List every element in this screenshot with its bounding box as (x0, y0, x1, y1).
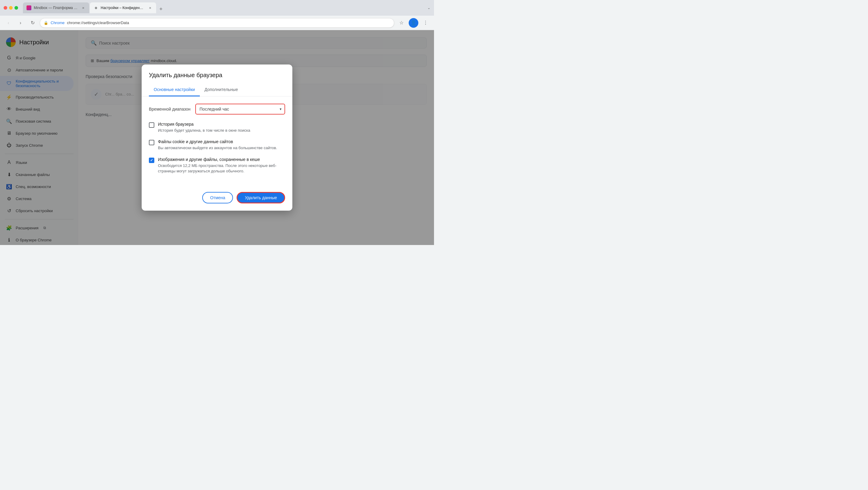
browser-frame: Mindbox — Платформа авто... ✕ ⚙ Настройк… (0, 0, 434, 245)
address-bar[interactable]: 🔒 Chrome chrome://settings/clearBrowserD… (40, 18, 394, 28)
expand-icon: ⌄ (427, 6, 430, 10)
checkmark-icon: ✓ (150, 158, 153, 162)
cache-label: Изображения и другие файлы, сохраненные … (158, 157, 285, 162)
address-url: chrome://settings/clearBrowserData (67, 21, 129, 25)
checkbox-history: История браузера История будет удалена, … (149, 122, 285, 133)
mindbox-favicon (27, 5, 31, 10)
cookies-label: Файлы cookie и другие данные сайтов (158, 139, 285, 144)
cache-text: Изображения и другие файлы, сохраненные … (158, 157, 285, 174)
dialog-title: Удалить данные браузера (142, 64, 292, 84)
tab-mindbox[interactable]: Mindbox — Платформа авто... ✕ (23, 2, 89, 13)
new-tab-button[interactable]: + (157, 5, 165, 13)
cookies-checkbox[interactable] (149, 140, 154, 145)
nav-bar: ‹ › ↻ 🔒 Chrome chrome://settings/clearBr… (0, 16, 434, 30)
cache-desc: Освободится 12,2 МБ пространства. После … (158, 163, 285, 174)
dialog-overlay: Удалить данные браузера Основные настрой… (0, 30, 434, 245)
cookies-text: Файлы cookie и другие данные сайтов Вы а… (158, 139, 285, 151)
cache-checkbox-wrapper[interactable]: ✓ (149, 158, 154, 163)
reload-button[interactable]: ↻ (28, 18, 37, 28)
bookmark-icon[interactable]: ☆ (397, 18, 406, 28)
back-button[interactable]: ‹ (4, 18, 13, 28)
tab-basic[interactable]: Основные настройки (149, 84, 200, 96)
tab-settings[interactable]: ⚙ Настройки – Конфиденциа... ✕ (90, 2, 156, 13)
close-button[interactable] (4, 6, 7, 10)
menu-icon[interactable]: ⋮ (421, 18, 430, 28)
history-desc: История будет удалена, в том числе в окн… (158, 128, 285, 133)
history-label: История браузера (158, 122, 285, 127)
minimize-button[interactable] (9, 6, 13, 10)
tab-settings-title: Настройки – Конфиденциа... (101, 6, 145, 10)
history-text: История браузера История будет удалена, … (158, 122, 285, 133)
cookies-desc: Вы автоматически выйдете из аккаунтов на… (158, 145, 285, 151)
clear-data-dialog: Удалить данные браузера Основные настрой… (142, 64, 292, 211)
cancel-button[interactable]: Отмена (202, 192, 233, 204)
settings-favicon: ⚙ (93, 5, 98, 10)
traffic-lights (4, 6, 18, 10)
history-checkbox[interactable] (149, 122, 154, 128)
forward-button[interactable]: › (16, 18, 25, 28)
tab-mindbox-close[interactable]: ✕ (81, 5, 86, 10)
time-range-select[interactable]: Последний час Последние 24 часа Последни… (196, 104, 284, 114)
time-range-row: Временной диапазон Последний час Последн… (149, 104, 285, 115)
time-range-select-wrapper[interactable]: Последний час Последние 24 часа Последни… (195, 104, 285, 115)
tab-settings-close[interactable]: ✕ (148, 5, 153, 10)
history-checkbox-wrapper[interactable] (149, 122, 154, 128)
delete-button[interactable]: Удалить данные (237, 192, 285, 204)
lock-icon: 🔒 (44, 21, 48, 25)
dialog-footer: Отмена Удалить данные (142, 187, 292, 211)
dialog-body: Временной диапазон Последний час Последн… (142, 96, 292, 187)
tab-mindbox-title: Mindbox — Платформа авто... (34, 6, 79, 10)
tab-advanced[interactable]: Дополнительные (200, 84, 243, 96)
nav-right: ☆ 👤 ⋮ (397, 18, 430, 28)
cookies-checkbox-wrapper[interactable] (149, 140, 154, 145)
time-range-label: Временной диапазон (149, 107, 190, 112)
dialog-tabs: Основные настройки Дополнительные (142, 84, 292, 96)
checkbox-cache: ✓ Изображения и другие файлы, сохраненны… (149, 157, 285, 174)
title-bar: Mindbox — Платформа авто... ✕ ⚙ Настройк… (0, 0, 434, 16)
tabs-area: Mindbox — Платформа авто... ✕ ⚙ Настройк… (23, 2, 425, 13)
maximize-button[interactable] (14, 6, 18, 10)
chrome-label: Chrome (51, 21, 64, 25)
main-content: Настройки G Я и Google ⊙ Автозаполнение … (0, 30, 434, 245)
cache-checkbox[interactable]: ✓ (149, 158, 154, 163)
checkbox-cookies: Файлы cookie и другие данные сайтов Вы а… (149, 139, 285, 151)
profile-icon[interactable]: 👤 (409, 18, 418, 28)
